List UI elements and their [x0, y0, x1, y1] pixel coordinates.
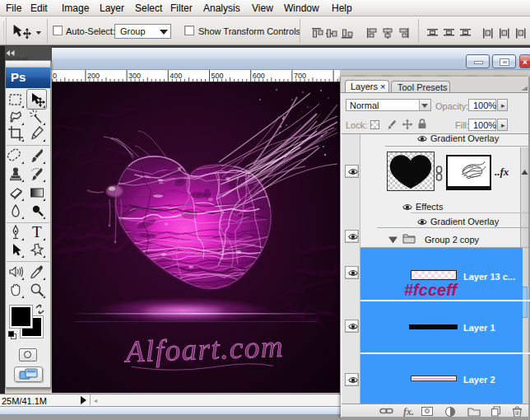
- svg-text:700: 700: [294, 72, 306, 80]
- svg-text:400: 400: [170, 72, 182, 80]
- svg-text:0: 0: [53, 72, 57, 80]
- svg-text:500: 500: [212, 72, 224, 80]
- svg-text:Alfoart.com: Alfoart.com: [123, 329, 285, 369]
- svg-text:600: 600: [253, 72, 265, 80]
- svg-text:300: 300: [128, 72, 141, 80]
- svg-text:T: T: [32, 223, 42, 240]
- svg-text:200: 200: [87, 72, 100, 80]
